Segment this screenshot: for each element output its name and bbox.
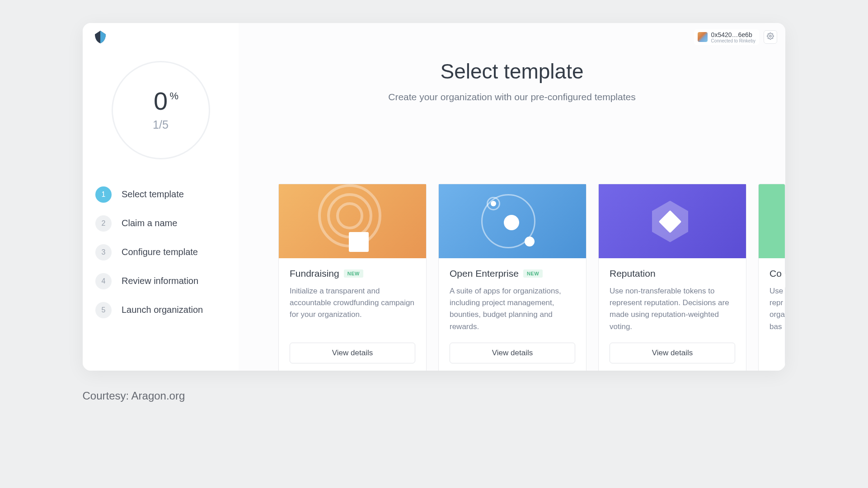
- steps-list: 1 Select template 2 Claim a name 3 Confi…: [95, 186, 226, 318]
- reputation-icon: [652, 201, 693, 242]
- progress-step-count: 1/5: [153, 118, 169, 131]
- open-enterprise-icon: [479, 194, 546, 248]
- fundraising-icon: [321, 194, 384, 248]
- card-description: Use repr orga bas: [769, 285, 774, 333]
- step-number: 1: [95, 186, 112, 203]
- card-title: Fundraising: [290, 268, 339, 279]
- aragon-logo: [93, 29, 108, 45]
- step-number: 4: [95, 273, 112, 289]
- gear-icon: [767, 33, 774, 42]
- step-configure-template[interactable]: 3 Configure template: [95, 244, 226, 260]
- progress-indicator: 0% 1/5: [95, 61, 226, 159]
- new-badge: NEW: [523, 270, 543, 278]
- chevron-right-icon: ›: [785, 275, 785, 287]
- percent-sign: %: [170, 91, 179, 101]
- step-claim-name[interactable]: 2 Claim a name: [95, 215, 226, 232]
- wallet-connection-status: Connected to Rinkeby: [711, 38, 755, 44]
- template-card-open-enterprise[interactable]: Open Enterprise NEW A suite of apps for …: [438, 184, 586, 371]
- view-details-button[interactable]: View details: [450, 343, 575, 363]
- step-select-template[interactable]: 1 Select template: [95, 186, 226, 203]
- card-banner: [439, 184, 586, 258]
- svg-point-0: [769, 35, 771, 37]
- step-label: Select template: [122, 189, 184, 200]
- image-caption: Courtesy: Aragon.org: [83, 390, 845, 402]
- step-number: 3: [95, 244, 112, 260]
- wallet-widget[interactable]: 0x5420…6e6b Connected to Rinkeby: [694, 29, 759, 46]
- wallet-address: 0x5420…6e6b: [711, 31, 755, 38]
- sidebar: 0% 1/5 1 Select template 2 Claim a name …: [83, 23, 239, 371]
- page-subtitle: Create your organization with our pre-co…: [239, 92, 785, 102]
- card-banner: [279, 184, 426, 258]
- step-label: Review information: [122, 276, 198, 286]
- eagle-icon: [93, 29, 108, 45]
- step-review-information[interactable]: 4 Review information: [95, 273, 226, 289]
- progress-percent-value: 0: [154, 87, 168, 115]
- card-description: Use non-transferable tokens to represent…: [610, 285, 735, 333]
- card-title: Co: [769, 268, 782, 279]
- wallet-avatar-icon: [698, 32, 708, 42]
- main-content: 0x5420…6e6b Connected to Rinkeby Select …: [239, 23, 785, 371]
- card-title: Reputation: [610, 268, 656, 279]
- template-card-fundraising[interactable]: Fundraising NEW Initialize a transparent…: [278, 184, 427, 371]
- progress-circle: 0% 1/5: [112, 61, 210, 159]
- card-banner: [599, 184, 746, 258]
- step-launch-organization[interactable]: 5 Launch organization: [95, 302, 226, 318]
- step-number: 2: [95, 215, 112, 232]
- view-details-button[interactable]: View details: [610, 343, 735, 363]
- new-badge: NEW: [344, 270, 363, 278]
- card-description: Initialize a transparent and accountable…: [290, 285, 415, 321]
- card-description: A suite of apps for organizations, inclu…: [450, 285, 575, 333]
- step-label: Configure template: [122, 247, 198, 257]
- settings-button[interactable]: [764, 30, 777, 44]
- step-number: 5: [95, 302, 112, 318]
- template-card-reputation[interactable]: Reputation Use non-transferable tokens t…: [598, 184, 746, 371]
- header-right: 0x5420…6e6b Connected to Rinkeby: [694, 29, 777, 46]
- step-label: Claim a name: [122, 218, 177, 228]
- step-label: Launch organization: [122, 305, 203, 315]
- view-details-button[interactable]: View details: [290, 343, 415, 363]
- progress-percent: 0%: [154, 88, 168, 114]
- card-title: Open Enterprise: [450, 268, 519, 279]
- app-window: 0% 1/5 1 Select template 2 Claim a name …: [83, 23, 785, 371]
- card-banner: [759, 184, 785, 258]
- page-title: Select template: [239, 59, 785, 84]
- template-cards-row: Fundraising NEW Initialize a transparent…: [239, 184, 785, 371]
